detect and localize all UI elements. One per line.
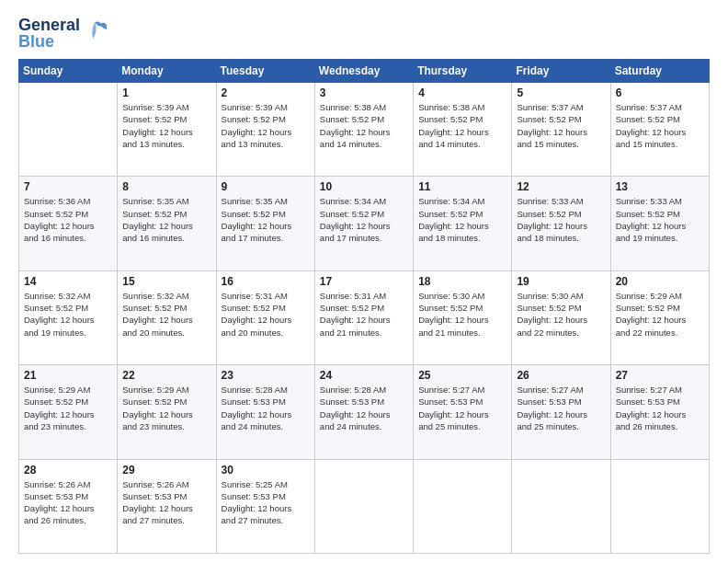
calendar-day-cell: 24Sunrise: 5:28 AMSunset: 5:53 PMDayligh… — [314, 365, 413, 459]
day-number: 19 — [517, 275, 605, 288]
day-number: 27 — [616, 369, 704, 382]
day-number: 24 — [320, 369, 408, 382]
day-number: 23 — [222, 369, 310, 382]
calendar-day-cell: 20Sunrise: 5:29 AMSunset: 5:52 PMDayligh… — [610, 270, 709, 364]
calendar-day-cell: 16Sunrise: 5:31 AMSunset: 5:52 PMDayligh… — [216, 270, 314, 364]
calendar-day-cell: 28Sunrise: 5:26 AMSunset: 5:53 PMDayligh… — [19, 459, 118, 553]
logo-blue: Blue — [18, 33, 80, 50]
logo-general: General — [18, 17, 80, 33]
day-info: Sunrise: 5:39 AMSunset: 5:52 PMDaylight:… — [122, 101, 210, 150]
day-number: 28 — [24, 464, 112, 477]
day-number: 22 — [122, 369, 210, 382]
day-info: Sunrise: 5:31 AMSunset: 5:52 PMDaylight:… — [222, 290, 310, 339]
day-info: Sunrise: 5:36 AMSunset: 5:52 PMDaylight:… — [24, 195, 112, 244]
day-number: 8 — [122, 180, 210, 193]
weekday-header-tuesday: Tuesday — [216, 60, 314, 83]
calendar-day-cell: 26Sunrise: 5:27 AMSunset: 5:53 PMDayligh… — [512, 365, 610, 459]
calendar-day-cell: 7Sunrise: 5:36 AMSunset: 5:52 PMDaylight… — [19, 177, 118, 270]
day-number: 5 — [517, 86, 605, 99]
weekday-header-wednesday: Wednesday — [314, 60, 413, 83]
calendar-day-cell: 6Sunrise: 5:37 AMSunset: 5:52 PMDaylight… — [610, 83, 709, 177]
day-number: 1 — [122, 86, 210, 99]
calendar-day-cell: 11Sunrise: 5:34 AMSunset: 5:52 PMDayligh… — [414, 177, 512, 270]
calendar-day-cell: 25Sunrise: 5:27 AMSunset: 5:53 PMDayligh… — [414, 365, 512, 459]
day-info: Sunrise: 5:32 AMSunset: 5:52 PMDaylight:… — [24, 290, 112, 339]
calendar-day-cell: 23Sunrise: 5:28 AMSunset: 5:53 PMDayligh… — [216, 365, 314, 459]
calendar-day-cell: 21Sunrise: 5:29 AMSunset: 5:52 PMDayligh… — [19, 365, 118, 459]
calendar-day-cell: 18Sunrise: 5:30 AMSunset: 5:52 PMDayligh… — [414, 270, 512, 364]
weekday-header-row: SundayMondayTuesdayWednesdayThursdayFrid… — [19, 60, 710, 83]
calendar-week-row: 21Sunrise: 5:29 AMSunset: 5:52 PMDayligh… — [19, 365, 710, 459]
day-number: 11 — [418, 180, 506, 193]
day-number: 26 — [517, 369, 605, 382]
calendar-day-cell: 8Sunrise: 5:35 AMSunset: 5:52 PMDaylight… — [118, 177, 216, 270]
calendar-page: General Blue SundayMondayTuesdayWednesda… — [0, 0, 728, 563]
calendar-day-cell: 10Sunrise: 5:34 AMSunset: 5:52 PMDayligh… — [314, 177, 413, 270]
calendar-day-cell: 27Sunrise: 5:27 AMSunset: 5:53 PMDayligh… — [610, 365, 709, 459]
day-info: Sunrise: 5:37 AMSunset: 5:52 PMDaylight:… — [616, 101, 704, 150]
calendar-day-cell: 5Sunrise: 5:37 AMSunset: 5:52 PMDaylight… — [512, 83, 610, 177]
calendar-day-cell: 4Sunrise: 5:38 AMSunset: 5:52 PMDaylight… — [414, 83, 512, 177]
day-info: Sunrise: 5:29 AMSunset: 5:52 PMDaylight:… — [122, 384, 210, 432]
logo-bird — [82, 18, 108, 48]
day-number: 7 — [24, 180, 112, 193]
calendar-day-cell: 30Sunrise: 5:25 AMSunset: 5:53 PMDayligh… — [216, 459, 314, 553]
day-info: Sunrise: 5:35 AMSunset: 5:52 PMDaylight:… — [222, 195, 310, 244]
day-info: Sunrise: 5:29 AMSunset: 5:52 PMDaylight:… — [24, 384, 112, 432]
calendar-day-cell: 14Sunrise: 5:32 AMSunset: 5:52 PMDayligh… — [19, 270, 118, 364]
day-number: 15 — [122, 275, 210, 288]
day-number: 12 — [517, 180, 605, 193]
calendar-day-cell — [610, 459, 709, 553]
day-number: 9 — [222, 180, 310, 193]
day-info: Sunrise: 5:29 AMSunset: 5:52 PMDaylight:… — [616, 290, 704, 339]
day-number: 20 — [616, 275, 704, 288]
weekday-header-friday: Friday — [512, 60, 610, 83]
weekday-header-saturday: Saturday — [610, 60, 709, 83]
day-number: 4 — [418, 86, 506, 99]
calendar-day-cell: 17Sunrise: 5:31 AMSunset: 5:52 PMDayligh… — [314, 270, 413, 364]
day-info: Sunrise: 5:26 AMSunset: 5:53 PMDaylight:… — [24, 478, 112, 527]
calendar-day-cell — [414, 459, 512, 553]
calendar-day-cell: 9Sunrise: 5:35 AMSunset: 5:52 PMDaylight… — [216, 177, 314, 270]
day-info: Sunrise: 5:26 AMSunset: 5:53 PMDaylight:… — [122, 478, 210, 527]
logo: General Blue — [18, 17, 108, 50]
day-info: Sunrise: 5:33 AMSunset: 5:52 PMDaylight:… — [616, 195, 704, 244]
calendar-day-cell: 15Sunrise: 5:32 AMSunset: 5:52 PMDayligh… — [118, 270, 216, 364]
calendar-week-row: 28Sunrise: 5:26 AMSunset: 5:53 PMDayligh… — [19, 459, 710, 553]
calendar-day-cell: 3Sunrise: 5:38 AMSunset: 5:52 PMDaylight… — [314, 83, 413, 177]
day-info: Sunrise: 5:34 AMSunset: 5:52 PMDaylight:… — [418, 195, 506, 244]
calendar-day-cell — [19, 83, 118, 177]
day-info: Sunrise: 5:28 AMSunset: 5:53 PMDaylight:… — [320, 384, 408, 432]
day-number: 17 — [320, 275, 408, 288]
calendar-day-cell: 19Sunrise: 5:30 AMSunset: 5:52 PMDayligh… — [512, 270, 610, 364]
day-info: Sunrise: 5:37 AMSunset: 5:52 PMDaylight:… — [517, 101, 605, 150]
day-number: 25 — [418, 369, 506, 382]
calendar-day-cell: 12Sunrise: 5:33 AMSunset: 5:52 PMDayligh… — [512, 177, 610, 270]
day-number: 18 — [418, 275, 506, 288]
weekday-header-sunday: Sunday — [19, 60, 118, 83]
day-info: Sunrise: 5:39 AMSunset: 5:52 PMDaylight:… — [222, 101, 310, 150]
day-info: Sunrise: 5:28 AMSunset: 5:53 PMDaylight:… — [222, 384, 310, 432]
calendar-table: SundayMondayTuesdayWednesdayThursdayFrid… — [18, 59, 710, 554]
calendar-week-row: 1Sunrise: 5:39 AMSunset: 5:52 PMDaylight… — [19, 83, 710, 177]
weekday-header-monday: Monday — [118, 60, 216, 83]
day-number: 13 — [616, 180, 704, 193]
day-info: Sunrise: 5:27 AMSunset: 5:53 PMDaylight:… — [616, 384, 704, 432]
weekday-header-thursday: Thursday — [414, 60, 512, 83]
calendar-day-cell: 13Sunrise: 5:33 AMSunset: 5:52 PMDayligh… — [610, 177, 709, 270]
day-info: Sunrise: 5:27 AMSunset: 5:53 PMDaylight:… — [517, 384, 605, 432]
day-info: Sunrise: 5:35 AMSunset: 5:52 PMDaylight:… — [122, 195, 210, 244]
day-number: 30 — [222, 464, 310, 477]
calendar-day-cell: 2Sunrise: 5:39 AMSunset: 5:52 PMDaylight… — [216, 83, 314, 177]
day-info: Sunrise: 5:38 AMSunset: 5:52 PMDaylight:… — [418, 101, 506, 150]
day-number: 14 — [24, 275, 112, 288]
day-number: 16 — [222, 275, 310, 288]
day-info: Sunrise: 5:30 AMSunset: 5:52 PMDaylight:… — [517, 290, 605, 339]
day-info: Sunrise: 5:25 AMSunset: 5:53 PMDaylight:… — [222, 478, 310, 527]
day-number: 10 — [320, 180, 408, 193]
day-info: Sunrise: 5:34 AMSunset: 5:52 PMDaylight:… — [320, 195, 408, 244]
day-number: 2 — [222, 86, 310, 99]
calendar-week-row: 7Sunrise: 5:36 AMSunset: 5:52 PMDaylight… — [19, 177, 710, 270]
day-number: 21 — [24, 369, 112, 382]
header: General Blue — [18, 17, 710, 50]
